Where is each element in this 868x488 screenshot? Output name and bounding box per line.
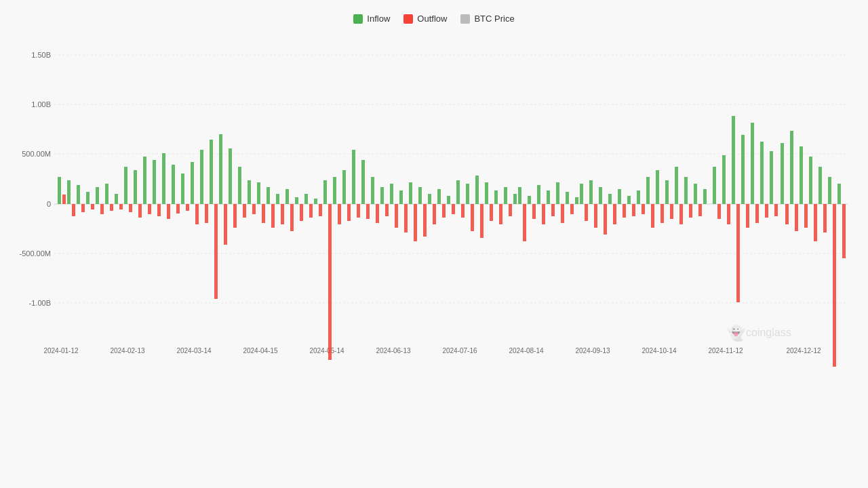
svg-rect-177 [785,204,789,224]
svg-rect-65 [248,180,251,204]
svg-rect-85 [342,170,346,204]
svg-rect-113 [475,176,479,204]
svg-text:coinglass: coinglass [746,327,791,338]
svg-rect-72 [281,204,284,224]
svg-rect-92 [376,204,379,223]
svg-rect-51 [181,174,184,204]
svg-rect-74 [290,204,294,231]
svg-rect-87 [352,150,355,204]
svg-rect-35 [105,184,108,204]
svg-rect-188 [837,184,841,204]
svg-rect-104 [433,204,436,224]
svg-rect-164 [722,155,726,204]
svg-rect-90 [366,204,370,219]
svg-rect-185 [823,204,827,232]
svg-rect-120 [509,204,512,216]
svg-rect-105 [437,189,441,204]
svg-text:2024-06-13: 2024-06-13 [376,347,411,354]
svg-rect-39 [124,167,127,204]
svg-rect-67 [257,182,260,204]
svg-rect-182 [809,157,812,204]
svg-rect-58 [214,204,218,299]
svg-rect-171 [755,204,759,223]
svg-rect-47 [162,153,165,204]
svg-rect-42 [138,204,142,218]
svg-rect-101 [418,187,422,204]
svg-rect-134 [575,197,578,204]
svg-rect-29 [77,185,80,204]
svg-rect-86 [347,204,351,221]
svg-text:2024-08-14: 2024-08-14 [509,347,544,354]
svg-rect-132 [566,192,569,204]
svg-rect-68 [262,204,265,223]
svg-rect-178 [790,131,793,204]
svg-rect-80 [319,204,322,216]
svg-rect-54 [195,204,199,224]
svg-rect-71 [276,194,279,204]
svg-rect-175 [774,204,778,216]
svg-rect-138 [594,204,597,228]
main-chart-svg: 1.50B 1.00B 500.00M 0 -500.00M -1.00B 20… [14,35,854,373]
svg-rect-63 [238,167,241,204]
svg-rect-173 [765,204,768,218]
svg-rect-73 [285,189,289,204]
svg-rect-130 [556,182,559,204]
svg-rect-148 [642,204,645,214]
svg-rect-26 [62,195,66,204]
svg-text:👻: 👻 [727,324,746,342]
svg-text:2024-07-16: 2024-07-16 [442,347,477,354]
svg-rect-93 [380,187,384,204]
svg-rect-169 [746,204,749,228]
svg-rect-96 [395,204,398,228]
svg-rect-174 [770,151,773,204]
svg-rect-154 [670,204,673,219]
svg-rect-160 [698,204,702,216]
svg-rect-137 [589,180,593,204]
svg-text:2024-09-13: 2024-09-13 [575,347,610,354]
inflow-color-box [353,14,363,24]
svg-rect-156 [679,204,683,224]
svg-text:1.00B: 1.00B [31,100,51,108]
svg-rect-133 [570,204,574,214]
svg-rect-143 [618,189,621,204]
svg-rect-165 [727,204,730,224]
svg-rect-158 [689,204,692,218]
svg-rect-172 [760,142,764,204]
legend-outflow: Outflow [403,14,447,24]
svg-rect-25 [58,177,61,204]
svg-rect-115 [485,182,488,204]
svg-rect-40 [129,204,132,212]
svg-rect-122 [518,187,521,204]
svg-rect-99 [409,182,412,204]
svg-rect-57 [210,140,213,204]
chart-legend: Inflow Outflow BTC Price [353,14,514,24]
svg-rect-124 [528,196,531,204]
svg-text:500.00M: 500.00M [22,150,51,158]
svg-rect-64 [243,204,246,218]
svg-rect-33 [96,187,99,204]
svg-rect-179 [795,204,798,231]
svg-rect-111 [466,184,469,204]
svg-text:2024-11-12: 2024-11-12 [708,347,743,354]
svg-rect-62 [233,204,237,228]
svg-rect-163 [717,204,721,219]
svg-rect-176 [781,143,784,204]
svg-text:2024-02-13: 2024-02-13 [110,347,145,354]
svg-rect-98 [404,204,408,232]
svg-rect-142 [613,204,616,224]
svg-rect-150 [651,204,654,228]
svg-rect-139 [599,187,602,204]
svg-rect-89 [361,160,365,204]
svg-rect-75 [295,197,298,204]
svg-rect-141 [608,194,612,204]
svg-rect-162 [713,167,716,204]
svg-rect-126 [537,185,540,204]
svg-text:2024-10-14: 2024-10-14 [642,347,677,354]
svg-rect-107 [447,196,450,204]
svg-rect-28 [72,204,75,216]
svg-rect-108 [452,204,455,214]
svg-rect-161 [703,189,707,204]
svg-rect-69 [267,187,270,204]
svg-rect-38 [119,204,123,209]
svg-rect-70 [271,204,275,228]
